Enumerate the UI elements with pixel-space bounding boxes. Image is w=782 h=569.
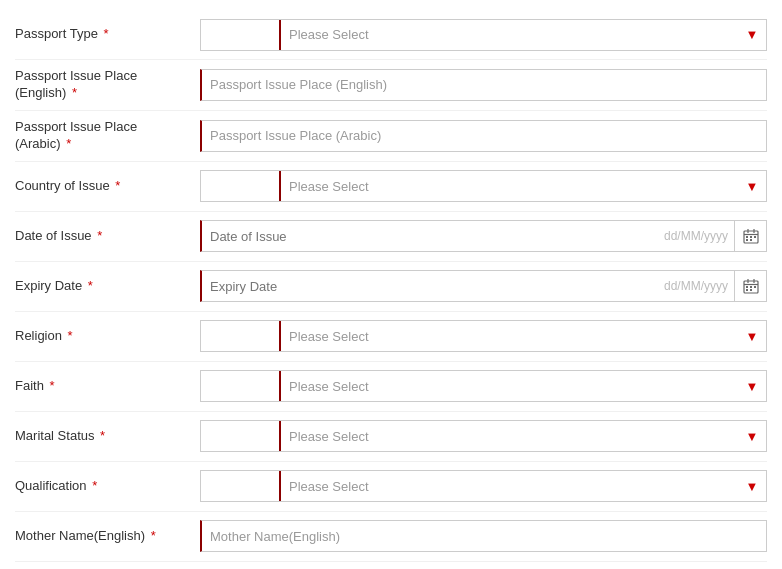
svg-rect-13: [746, 286, 748, 288]
date-of-issue-input[interactable]: [202, 221, 658, 251]
faith-code-box: [201, 371, 281, 401]
marital-status-row: Marital Status * Please Select ▼: [15, 412, 767, 462]
country-of-issue-label: Country of Issue *: [15, 178, 200, 195]
passport-type-arrow[interactable]: ▼: [738, 20, 766, 50]
passport-issue-place-arabic-label: Passport Issue Place(Arabic) *: [15, 119, 200, 153]
faith-row: Faith * Please Select ▼: [15, 362, 767, 412]
svg-rect-4: [746, 236, 748, 238]
date-of-issue-field: dd/MM/yyyy: [200, 220, 767, 252]
mother-name-english-input[interactable]: [202, 521, 766, 551]
religion-arrow[interactable]: ▼: [738, 321, 766, 351]
passport-issue-place-english-label: Passport Issue Place(English) *: [15, 68, 200, 102]
qualification-field: Please Select ▼: [200, 470, 767, 502]
expiry-date-row: Expiry Date * dd/MM/yyyy: [15, 262, 767, 312]
required-marker: *: [104, 26, 109, 41]
required-marker: *: [97, 228, 102, 243]
marital-status-dropdown[interactable]: Please Select: [281, 421, 738, 451]
date-of-issue-wrapper: dd/MM/yyyy: [200, 220, 767, 252]
religion-field: Please Select ▼: [200, 320, 767, 352]
svg-rect-15: [754, 286, 756, 288]
faith-select-wrapper[interactable]: Please Select ▼: [200, 370, 767, 402]
qualification-dropdown[interactable]: Please Select: [281, 471, 738, 501]
expiry-date-input[interactable]: [202, 271, 658, 301]
svg-rect-8: [750, 239, 752, 241]
form-container: Passport Type * Please Select ▼ Passport…: [15, 10, 767, 562]
marital-status-arrow[interactable]: ▼: [738, 421, 766, 451]
svg-rect-17: [750, 289, 752, 291]
mother-name-english-label: Mother Name(English) *: [15, 528, 200, 545]
mother-name-english-row: Mother Name(English) *: [15, 512, 767, 562]
date-of-issue-row: Date of Issue * dd/MM/yyyy: [15, 212, 767, 262]
expiry-date-calendar-icon[interactable]: [734, 271, 766, 301]
passport-type-code-box: [201, 20, 281, 50]
country-of-issue-dropdown[interactable]: Please Select: [281, 171, 738, 201]
required-marker: *: [50, 378, 55, 393]
passport-issue-place-english-row: Passport Issue Place(English) *: [15, 60, 767, 111]
faith-dropdown[interactable]: Please Select: [281, 371, 738, 401]
country-of-issue-select-wrapper[interactable]: Please Select ▼: [200, 170, 767, 202]
expiry-date-field: dd/MM/yyyy: [200, 270, 767, 302]
required-marker: *: [92, 478, 97, 493]
expiry-date-label: Expiry Date *: [15, 278, 200, 295]
religion-row: Religion * Please Select ▼: [15, 312, 767, 362]
svg-rect-5: [750, 236, 752, 238]
svg-rect-6: [754, 236, 756, 238]
qualification-code-box: [201, 471, 281, 501]
passport-type-dropdown[interactable]: Please Select: [281, 20, 738, 50]
mother-name-english-wrapper: [200, 520, 767, 552]
country-of-issue-row: Country of Issue * Please Select ▼: [15, 162, 767, 212]
date-of-issue-calendar-icon[interactable]: [734, 221, 766, 251]
required-marker: *: [66, 136, 71, 151]
required-marker: *: [88, 278, 93, 293]
country-of-issue-code-box: [201, 171, 281, 201]
religion-code-box: [201, 321, 281, 351]
mother-name-english-field: [200, 520, 767, 552]
passport-issue-place-arabic-wrapper: [200, 120, 767, 152]
qualification-label: Qualification *: [15, 478, 200, 495]
passport-issue-place-english-field: [200, 69, 767, 101]
passport-issue-place-english-input[interactable]: [202, 70, 766, 100]
required-marker: *: [115, 178, 120, 193]
religion-label: Religion *: [15, 328, 200, 345]
marital-status-label: Marital Status *: [15, 428, 200, 445]
qualification-row: Qualification * Please Select ▼: [15, 462, 767, 512]
required-marker: *: [100, 428, 105, 443]
qualification-arrow[interactable]: ▼: [738, 471, 766, 501]
marital-status-select-wrapper[interactable]: Please Select ▼: [200, 420, 767, 452]
expiry-date-wrapper: dd/MM/yyyy: [200, 270, 767, 302]
country-of-issue-field: Please Select ▼: [200, 170, 767, 202]
religion-dropdown[interactable]: Please Select: [281, 321, 738, 351]
country-of-issue-arrow[interactable]: ▼: [738, 171, 766, 201]
required-marker: *: [72, 85, 77, 100]
required-marker: *: [68, 328, 73, 343]
passport-type-select-wrapper[interactable]: Please Select ▼: [200, 19, 767, 51]
expiry-date-format: dd/MM/yyyy: [658, 279, 734, 293]
svg-rect-14: [750, 286, 752, 288]
marital-status-code-box: [201, 421, 281, 451]
passport-type-label: Passport Type *: [15, 26, 200, 43]
passport-issue-place-arabic-field: [200, 120, 767, 152]
passport-issue-place-arabic-input[interactable]: [202, 121, 766, 151]
svg-rect-7: [746, 239, 748, 241]
faith-field: Please Select ▼: [200, 370, 767, 402]
passport-type-row: Passport Type * Please Select ▼: [15, 10, 767, 60]
passport-issue-place-english-wrapper: [200, 69, 767, 101]
date-of-issue-label: Date of Issue *: [15, 228, 200, 245]
faith-label: Faith *: [15, 378, 200, 395]
date-of-issue-format: dd/MM/yyyy: [658, 229, 734, 243]
passport-type-field: Please Select ▼: [200, 19, 767, 51]
religion-select-wrapper[interactable]: Please Select ▼: [200, 320, 767, 352]
marital-status-field: Please Select ▼: [200, 420, 767, 452]
passport-issue-place-arabic-row: Passport Issue Place(Arabic) *: [15, 111, 767, 162]
qualification-select-wrapper[interactable]: Please Select ▼: [200, 470, 767, 502]
required-marker: *: [151, 528, 156, 543]
svg-rect-16: [746, 289, 748, 291]
faith-arrow[interactable]: ▼: [738, 371, 766, 401]
